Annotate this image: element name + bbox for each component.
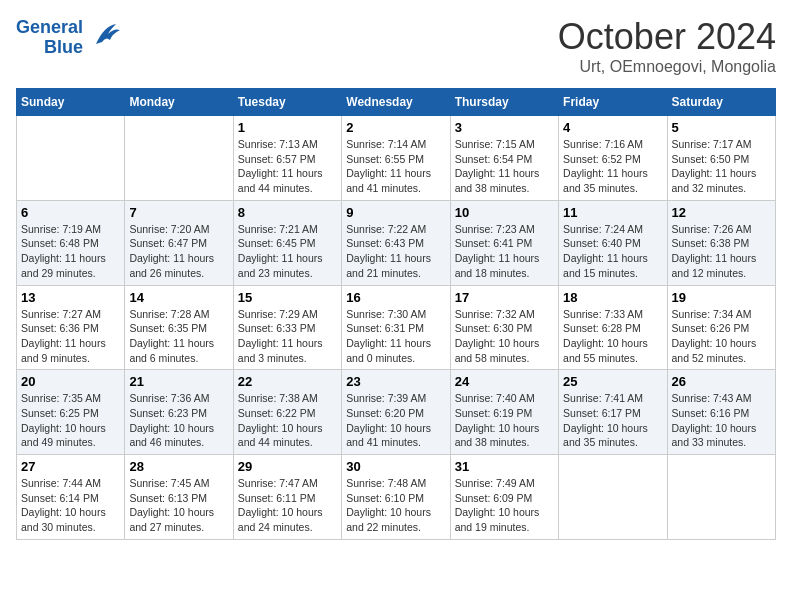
day-cell: 2Sunrise: 7:14 AM Sunset: 6:55 PM Daylig…: [342, 116, 450, 201]
day-number: 4: [563, 120, 662, 135]
day-info: Sunrise: 7:19 AM Sunset: 6:48 PM Dayligh…: [21, 222, 120, 281]
day-info: Sunrise: 7:20 AM Sunset: 6:47 PM Dayligh…: [129, 222, 228, 281]
day-number: 17: [455, 290, 554, 305]
day-cell: 23Sunrise: 7:39 AM Sunset: 6:20 PM Dayli…: [342, 370, 450, 455]
day-info: Sunrise: 7:14 AM Sunset: 6:55 PM Dayligh…: [346, 137, 445, 196]
day-number: 10: [455, 205, 554, 220]
day-info: Sunrise: 7:23 AM Sunset: 6:41 PM Dayligh…: [455, 222, 554, 281]
day-number: 19: [672, 290, 771, 305]
day-number: 1: [238, 120, 337, 135]
day-number: 18: [563, 290, 662, 305]
day-cell: 20Sunrise: 7:35 AM Sunset: 6:25 PM Dayli…: [17, 370, 125, 455]
day-number: 13: [21, 290, 120, 305]
day-cell: 28Sunrise: 7:45 AM Sunset: 6:13 PM Dayli…: [125, 455, 233, 540]
week-row-5: 27Sunrise: 7:44 AM Sunset: 6:14 PM Dayli…: [17, 455, 776, 540]
day-cell: 1Sunrise: 7:13 AM Sunset: 6:57 PM Daylig…: [233, 116, 341, 201]
day-cell: [559, 455, 667, 540]
col-header-saturday: Saturday: [667, 89, 775, 116]
day-number: 7: [129, 205, 228, 220]
day-cell: 5Sunrise: 7:17 AM Sunset: 6:50 PM Daylig…: [667, 116, 775, 201]
title-area: October 2024 Urt, OEmnoegovi, Mongolia: [558, 16, 776, 76]
day-info: Sunrise: 7:36 AM Sunset: 6:23 PM Dayligh…: [129, 391, 228, 450]
logo: General Blue: [16, 16, 124, 59]
day-cell: 19Sunrise: 7:34 AM Sunset: 6:26 PM Dayli…: [667, 285, 775, 370]
week-row-3: 13Sunrise: 7:27 AM Sunset: 6:36 PM Dayli…: [17, 285, 776, 370]
day-info: Sunrise: 7:16 AM Sunset: 6:52 PM Dayligh…: [563, 137, 662, 196]
col-header-wednesday: Wednesday: [342, 89, 450, 116]
day-cell: 27Sunrise: 7:44 AM Sunset: 6:14 PM Dayli…: [17, 455, 125, 540]
day-info: Sunrise: 7:28 AM Sunset: 6:35 PM Dayligh…: [129, 307, 228, 366]
day-number: 23: [346, 374, 445, 389]
day-info: Sunrise: 7:45 AM Sunset: 6:13 PM Dayligh…: [129, 476, 228, 535]
day-cell: 14Sunrise: 7:28 AM Sunset: 6:35 PM Dayli…: [125, 285, 233, 370]
day-number: 11: [563, 205, 662, 220]
day-cell: 18Sunrise: 7:33 AM Sunset: 6:28 PM Dayli…: [559, 285, 667, 370]
day-cell: 6Sunrise: 7:19 AM Sunset: 6:48 PM Daylig…: [17, 200, 125, 285]
day-info: Sunrise: 7:49 AM Sunset: 6:09 PM Dayligh…: [455, 476, 554, 535]
week-row-1: 1Sunrise: 7:13 AM Sunset: 6:57 PM Daylig…: [17, 116, 776, 201]
day-cell: 12Sunrise: 7:26 AM Sunset: 6:38 PM Dayli…: [667, 200, 775, 285]
day-info: Sunrise: 7:15 AM Sunset: 6:54 PM Dayligh…: [455, 137, 554, 196]
day-info: Sunrise: 7:22 AM Sunset: 6:43 PM Dayligh…: [346, 222, 445, 281]
day-info: Sunrise: 7:44 AM Sunset: 6:14 PM Dayligh…: [21, 476, 120, 535]
day-cell: 25Sunrise: 7:41 AM Sunset: 6:17 PM Dayli…: [559, 370, 667, 455]
day-number: 25: [563, 374, 662, 389]
day-number: 14: [129, 290, 228, 305]
day-number: 29: [238, 459, 337, 474]
day-info: Sunrise: 7:40 AM Sunset: 6:19 PM Dayligh…: [455, 391, 554, 450]
day-number: 31: [455, 459, 554, 474]
day-cell: 9Sunrise: 7:22 AM Sunset: 6:43 PM Daylig…: [342, 200, 450, 285]
day-number: 28: [129, 459, 228, 474]
col-header-tuesday: Tuesday: [233, 89, 341, 116]
calendar-table: SundayMondayTuesdayWednesdayThursdayFrid…: [16, 88, 776, 540]
logo-bird-icon: [86, 16, 124, 59]
day-number: 6: [21, 205, 120, 220]
day-cell: 8Sunrise: 7:21 AM Sunset: 6:45 PM Daylig…: [233, 200, 341, 285]
day-cell: 11Sunrise: 7:24 AM Sunset: 6:40 PM Dayli…: [559, 200, 667, 285]
day-cell: [125, 116, 233, 201]
day-info: Sunrise: 7:48 AM Sunset: 6:10 PM Dayligh…: [346, 476, 445, 535]
day-info: Sunrise: 7:26 AM Sunset: 6:38 PM Dayligh…: [672, 222, 771, 281]
day-info: Sunrise: 7:33 AM Sunset: 6:28 PM Dayligh…: [563, 307, 662, 366]
day-number: 27: [21, 459, 120, 474]
day-cell: 13Sunrise: 7:27 AM Sunset: 6:36 PM Dayli…: [17, 285, 125, 370]
header-row: SundayMondayTuesdayWednesdayThursdayFrid…: [17, 89, 776, 116]
day-number: 26: [672, 374, 771, 389]
day-cell: 29Sunrise: 7:47 AM Sunset: 6:11 PM Dayli…: [233, 455, 341, 540]
day-number: 16: [346, 290, 445, 305]
logo-line1: General: [16, 18, 83, 38]
day-cell: 15Sunrise: 7:29 AM Sunset: 6:33 PM Dayli…: [233, 285, 341, 370]
day-cell: 31Sunrise: 7:49 AM Sunset: 6:09 PM Dayli…: [450, 455, 558, 540]
day-info: Sunrise: 7:41 AM Sunset: 6:17 PM Dayligh…: [563, 391, 662, 450]
col-header-monday: Monday: [125, 89, 233, 116]
day-cell: 7Sunrise: 7:20 AM Sunset: 6:47 PM Daylig…: [125, 200, 233, 285]
day-cell: 30Sunrise: 7:48 AM Sunset: 6:10 PM Dayli…: [342, 455, 450, 540]
day-cell: 3Sunrise: 7:15 AM Sunset: 6:54 PM Daylig…: [450, 116, 558, 201]
day-info: Sunrise: 7:35 AM Sunset: 6:25 PM Dayligh…: [21, 391, 120, 450]
day-info: Sunrise: 7:43 AM Sunset: 6:16 PM Dayligh…: [672, 391, 771, 450]
day-cell: 16Sunrise: 7:30 AM Sunset: 6:31 PM Dayli…: [342, 285, 450, 370]
day-info: Sunrise: 7:47 AM Sunset: 6:11 PM Dayligh…: [238, 476, 337, 535]
day-cell: [667, 455, 775, 540]
day-info: Sunrise: 7:30 AM Sunset: 6:31 PM Dayligh…: [346, 307, 445, 366]
day-info: Sunrise: 7:34 AM Sunset: 6:26 PM Dayligh…: [672, 307, 771, 366]
day-number: 5: [672, 120, 771, 135]
day-cell: 24Sunrise: 7:40 AM Sunset: 6:19 PM Dayli…: [450, 370, 558, 455]
week-row-2: 6Sunrise: 7:19 AM Sunset: 6:48 PM Daylig…: [17, 200, 776, 285]
day-cell: 4Sunrise: 7:16 AM Sunset: 6:52 PM Daylig…: [559, 116, 667, 201]
day-cell: 10Sunrise: 7:23 AM Sunset: 6:41 PM Dayli…: [450, 200, 558, 285]
day-number: 20: [21, 374, 120, 389]
day-info: Sunrise: 7:24 AM Sunset: 6:40 PM Dayligh…: [563, 222, 662, 281]
day-number: 12: [672, 205, 771, 220]
day-number: 24: [455, 374, 554, 389]
day-number: 9: [346, 205, 445, 220]
col-header-thursday: Thursday: [450, 89, 558, 116]
day-cell: 22Sunrise: 7:38 AM Sunset: 6:22 PM Dayli…: [233, 370, 341, 455]
month-title: October 2024: [558, 16, 776, 58]
day-number: 2: [346, 120, 445, 135]
day-info: Sunrise: 7:27 AM Sunset: 6:36 PM Dayligh…: [21, 307, 120, 366]
logo-line2: Blue: [44, 38, 83, 58]
col-header-friday: Friday: [559, 89, 667, 116]
day-cell: 26Sunrise: 7:43 AM Sunset: 6:16 PM Dayli…: [667, 370, 775, 455]
day-cell: 21Sunrise: 7:36 AM Sunset: 6:23 PM Dayli…: [125, 370, 233, 455]
